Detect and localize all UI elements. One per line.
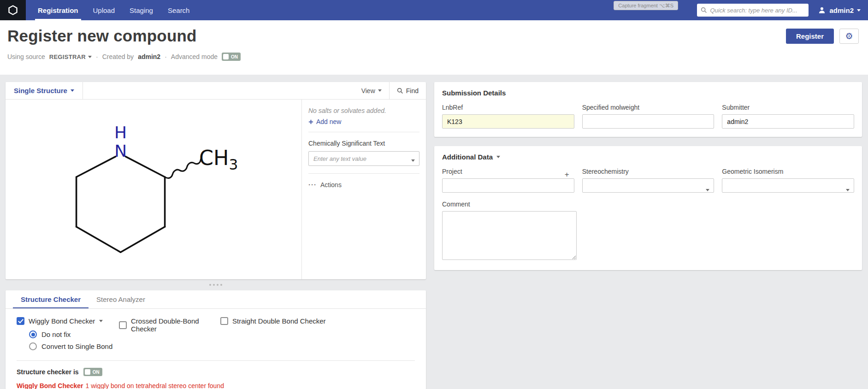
radio-do-not-fix[interactable]: Do not fix <box>29 330 119 338</box>
radio-convert-to-single-bond[interactable]: Convert to Single Bond <box>29 342 119 350</box>
find-button[interactable]: Find <box>389 82 426 99</box>
radio-unselected-icon[interactable] <box>29 342 37 350</box>
toggle-knob <box>85 369 90 375</box>
geometric-isomerism-select[interactable]: Geometric Isomerism <box>722 168 854 193</box>
divider <box>17 360 415 361</box>
chevron-down-icon <box>88 56 92 60</box>
app-logo[interactable] <box>0 0 26 20</box>
user-menu[interactable]: admin2 <box>818 6 861 14</box>
top-nav: Registration Upload Staging Search Captu… <box>0 0 868 20</box>
tab-label: Stereo Analyzer <box>96 295 145 303</box>
cst-combobox[interactable]: Enter any text value <box>308 151 419 166</box>
separator-dot: · <box>96 53 98 60</box>
chevron-down-icon <box>378 89 382 94</box>
molecule-drawing: H N CH3 <box>6 100 301 279</box>
panel-resize-row <box>6 279 426 290</box>
advanced-mode-toggle[interactable]: ON <box>222 53 241 61</box>
chevron-down-icon <box>706 189 709 193</box>
add-new-salt-button[interactable]: Add new <box>308 118 419 132</box>
structure-editor-card: Single Structure View Find <box>6 82 426 279</box>
main-content: Single Structure View Find <box>0 75 868 389</box>
settings-button[interactable]: ⚙ <box>839 29 859 44</box>
created-by-label: Created by <box>102 53 134 60</box>
add-project-button[interactable]: + <box>563 171 571 178</box>
submission-details-card: Submission Details LnbRef Specified molw… <box>434 82 862 137</box>
specified-molweight-input[interactable] <box>582 114 714 129</box>
project-label: Project <box>442 168 574 175</box>
search-icon <box>397 88 403 94</box>
radio-selected-icon[interactable] <box>29 330 37 338</box>
checkbox-unchecked-icon[interactable] <box>119 321 127 329</box>
header-meta-row: Using source REGISTRAR · Created by admi… <box>7 53 859 61</box>
actions-menu-button[interactable]: ··· Actions <box>308 173 419 189</box>
toggle-state-label: ON <box>93 370 100 375</box>
checker-tabs: Structure Checker Stereo Analyzer <box>6 290 426 309</box>
submitter-input[interactable] <box>722 114 854 129</box>
structure-mode-label: Single Structure <box>14 87 67 94</box>
chevron-down-icon <box>857 9 861 13</box>
structure-mode-dropdown[interactable]: Single Structure <box>6 82 83 99</box>
additional-data-card: Additional Data Project + Stereochemistr… <box>434 146 862 270</box>
stereochemistry-select[interactable]: Stereochemistry <box>582 168 714 193</box>
geometric-isomerism-input[interactable] <box>722 178 854 193</box>
checkbox-label: Straight Double Bond Checker <box>232 317 326 325</box>
ellipsis-icon: ··· <box>308 183 317 186</box>
nav-item-label: Upload <box>93 6 115 14</box>
wiggly-bond <box>165 159 201 178</box>
additional-data-collapse-toggle[interactable]: Additional Data <box>442 153 854 161</box>
structure-checker-toggle[interactable]: ON <box>83 368 102 376</box>
submitter-label: Submitter <box>722 104 854 111</box>
lnbref-input[interactable] <box>442 114 574 129</box>
checker-warning: Wiggly Bond Checker1 wiggly bond on tetr… <box>17 382 415 389</box>
crossed-double-bond-checker-checkbox[interactable]: Crossed Double-Bond Checker <box>119 317 220 333</box>
chevron-down-icon[interactable] <box>99 320 103 324</box>
checkbox-checked-icon[interactable] <box>17 317 24 325</box>
nav-item-label: Registration <box>38 6 78 14</box>
hydrogen-atom-label: H <box>114 123 127 142</box>
register-button[interactable]: Register <box>786 29 834 44</box>
salts-note: No salts or solvates added. <box>308 107 419 114</box>
methyl-group-label: CH3 <box>199 146 238 173</box>
project-input[interactable] <box>442 178 574 193</box>
chevron-down-icon <box>496 156 500 160</box>
stereochemistry-input[interactable] <box>582 178 714 193</box>
nav-item-staging[interactable]: Staging <box>122 0 160 20</box>
structure-checker-card: Structure Checker Stereo Analyzer Wiggly… <box>6 290 426 389</box>
using-source-label: Using source <box>7 53 45 60</box>
warning-message: 1 wiggly bond on tetrahedral stereo cent… <box>86 382 224 389</box>
cst-label: Chemically Significant Text <box>308 140 419 147</box>
cst-placeholder: Enter any text value <box>313 155 366 162</box>
nav-item-search[interactable]: Search <box>160 0 197 20</box>
primary-nav: Registration Upload Staging Search <box>30 0 197 20</box>
checker-content: Wiggly Bond Checker Do not fix Convert t… <box>6 309 426 389</box>
straight-double-bond-checker-checkbox[interactable]: Straight Double Bond Checker <box>220 317 326 325</box>
view-dropdown[interactable]: View <box>354 82 389 99</box>
structure-side-panel: No salts or solvates added. Add new Chem… <box>301 100 426 279</box>
comment-label: Comment <box>442 200 854 208</box>
resize-handle[interactable] <box>206 282 226 288</box>
checkbox-unchecked-icon[interactable] <box>220 317 228 325</box>
geometric-isomerism-label: Geometric Isomerism <box>722 168 854 175</box>
warning-title: Wiggly Bond Checker <box>17 382 83 389</box>
wiggly-bond-checker-checkbox[interactable]: Wiggly Bond Checker <box>17 317 119 325</box>
actions-label: Actions <box>320 181 342 189</box>
molecule-canvas[interactable]: H N CH3 <box>6 100 301 279</box>
nav-item-upload[interactable]: Upload <box>86 0 123 20</box>
comment-textarea[interactable] <box>442 211 577 260</box>
page-header: Register new compound Register ⚙ Using s… <box>0 20 868 75</box>
quick-search <box>697 4 809 17</box>
quick-search-input[interactable] <box>710 7 805 14</box>
search-icon <box>701 7 707 13</box>
tab-label: Structure Checker <box>21 295 81 303</box>
capture-fragment-overlay-button[interactable]: Capture fragment ⌥⌘S <box>614 1 678 10</box>
nitrogen-atom-label: N <box>114 141 127 160</box>
source-dropdown[interactable]: REGISTRAR <box>49 53 92 60</box>
person-icon <box>818 6 826 14</box>
toggle-knob <box>223 54 229 59</box>
nav-item-label: Staging <box>130 6 153 14</box>
structure-card-header: Single Structure View Find <box>6 82 426 100</box>
tab-stereo-analyzer[interactable]: Stereo Analyzer <box>89 290 153 308</box>
nav-item-registration[interactable]: Registration <box>30 0 86 20</box>
wiggly-fix-options: Do not fix Convert to Single Bond <box>29 330 119 350</box>
tab-structure-checker[interactable]: Structure Checker <box>13 290 89 308</box>
